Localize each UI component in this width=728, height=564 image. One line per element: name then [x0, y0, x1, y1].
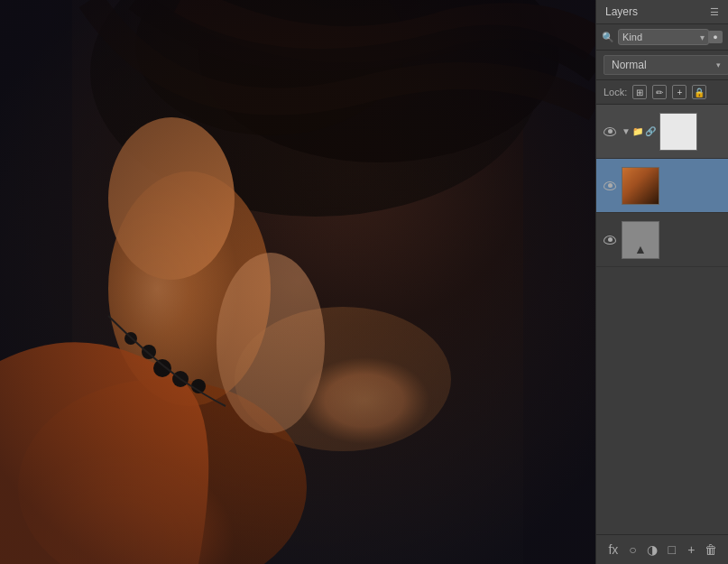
- layer-thumbnail: [622, 167, 659, 205]
- filter-kind-select[interactable]: Kind Name Effect Mode Attribute Color: [618, 29, 709, 45]
- layer-thumb-content: [660, 114, 696, 150]
- filter-row: 🔍 Kind Name Effect Mode Attribute Color …: [596, 24, 728, 51]
- layers-title: Layers: [605, 5, 705, 18]
- expand-arrow-icon: ▼: [622, 126, 631, 136]
- panel-options-icon[interactable]: ☰: [710, 6, 719, 18]
- layers-footer: fx ○ ◑ □ + 🗑: [596, 534, 728, 564]
- add-fx-button[interactable]: fx: [604, 541, 622, 559]
- lock-row: Lock: ⊞ ✏ + 🔒: [596, 80, 728, 105]
- layer-thumb-content: [622, 168, 659, 204]
- lock-label: Lock:: [604, 87, 627, 97]
- eye-icon: [604, 236, 616, 245]
- blend-mode-row: Normal Dissolve Darken Multiply Color Bu…: [596, 51, 728, 80]
- layer-thumbnail: [659, 113, 697, 151]
- layers-list: ▼ 📁 🔗 ▲: [596, 105, 728, 534]
- filter-search-icon: 🔍: [602, 32, 614, 43]
- add-layer-mask-button[interactable]: ○: [623, 541, 641, 559]
- eye-icon: [604, 181, 616, 190]
- layers-panel-header: Layers ☰: [596, 0, 728, 24]
- lock-position-button[interactable]: +: [672, 85, 687, 99]
- layer-thumbnail: ▲: [622, 221, 659, 259]
- fx-label: fx: [608, 542, 618, 557]
- new-fill-adjustment-button[interactable]: ◑: [643, 541, 661, 559]
- folder-icon: 📁: [632, 126, 643, 136]
- filter-toggle-button[interactable]: ●: [708, 31, 723, 43]
- link-icon: 🔗: [645, 126, 656, 136]
- eye-icon: [604, 127, 616, 136]
- layer-item[interactable]: [596, 159, 728, 213]
- delete-layer-button[interactable]: 🗑: [702, 541, 720, 559]
- layer-controls: ▼ 📁 🔗: [622, 126, 656, 136]
- lock-image-pixels-button[interactable]: ✏: [652, 85, 667, 99]
- svg-rect-16: [0, 0, 595, 564]
- layer-item[interactable]: ▲: [596, 213, 728, 267]
- layer-visibility-toggle[interactable]: [602, 178, 618, 194]
- new-group-button[interactable]: □: [663, 541, 681, 559]
- layer-visibility-toggle[interactable]: [602, 232, 618, 248]
- layers-panel: Layers ☰ 🔍 Kind Name Effect Mode Attribu…: [595, 0, 728, 564]
- layer-thumb-content: ▲: [622, 222, 659, 258]
- lock-transparent-pixels-button[interactable]: ⊞: [632, 85, 647, 99]
- new-layer-button[interactable]: +: [682, 541, 700, 559]
- adjustment-icon: ▲: [634, 242, 647, 256]
- layer-visibility-toggle[interactable]: [602, 124, 618, 140]
- canvas-area: [0, 0, 595, 564]
- lock-all-button[interactable]: 🔒: [692, 85, 706, 99]
- layer-item[interactable]: ▼ 📁 🔗: [596, 105, 728, 159]
- blend-mode-select[interactable]: Normal Dissolve Darken Multiply Color Bu…: [604, 55, 728, 75]
